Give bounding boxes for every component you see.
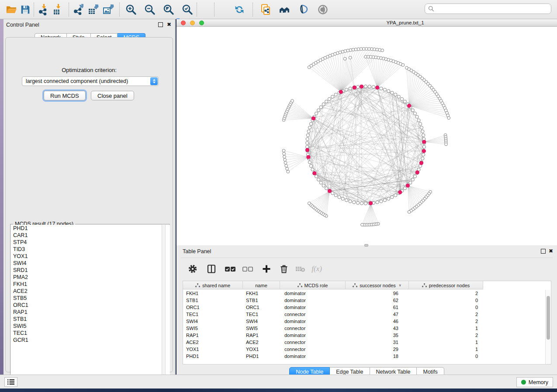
zoom-in-button[interactable] xyxy=(124,3,138,16)
table-cell: 2 xyxy=(409,318,483,325)
optimization-criterion-label: Optimization criterion: xyxy=(6,67,173,73)
table-cell: connector xyxy=(280,325,346,332)
mcds-result-item[interactable]: CAR1 xyxy=(11,232,170,239)
graphics-details-button[interactable] xyxy=(297,3,311,16)
window-close-icon[interactable] xyxy=(181,21,186,25)
table-row[interactable]: FKH1FKH1dominator962 xyxy=(183,290,551,297)
import-network-icon xyxy=(38,3,50,16)
search-icon xyxy=(428,6,434,12)
mcds-result-item[interactable]: SRD1 xyxy=(11,267,170,274)
table-cell: PHD1 xyxy=(243,353,280,360)
show-columns-button[interactable] xyxy=(205,262,218,275)
mcds-result-item[interactable]: GCR1 xyxy=(11,337,170,344)
export-network-icon xyxy=(73,3,85,16)
mcds-result-list[interactable]: PHD1CAR1STP4TID3YOX1SWI4SRD1PMA2FKH1ACE2… xyxy=(11,225,170,382)
table-row[interactable]: STB1STB1dominator620 xyxy=(183,297,551,304)
table-row[interactable]: SWI5SWI5connector431 xyxy=(183,325,551,332)
close-panel-icon[interactable]: ✖ xyxy=(549,248,553,254)
zoom-fit-button[interactable] xyxy=(162,3,176,16)
column-header-predecessor-nodes[interactable]: predecessor nodes xyxy=(409,281,483,289)
table-cell: dominator xyxy=(280,297,346,304)
zoom-out-button[interactable] xyxy=(143,3,157,16)
save-session-button[interactable] xyxy=(18,3,32,16)
memory-status-icon xyxy=(521,380,526,385)
table-settings-button[interactable] xyxy=(186,262,199,275)
table-cell: connector xyxy=(280,311,346,318)
memory-label: Memory xyxy=(529,379,548,385)
mcds-tab-content: Optimization criterion: largest connecte… xyxy=(5,37,173,372)
select-all-button[interactable] xyxy=(224,262,237,275)
network-canvas[interactable] xyxy=(176,27,556,244)
column-header-successor-nodes[interactable]: successor nodes∨ xyxy=(346,281,409,289)
first-neighbors-button[interactable] xyxy=(278,3,292,16)
splitter-handle[interactable] xyxy=(364,244,368,247)
task-history-button[interactable] xyxy=(4,377,17,387)
mcds-result-item[interactable]: TEC1 xyxy=(11,330,170,337)
mcds-result-item[interactable]: SWI5 xyxy=(11,323,170,330)
mcds-result-item[interactable]: ACE2 xyxy=(11,288,170,295)
close-panel-icon[interactable]: ✖ xyxy=(167,21,171,28)
export-table-icon xyxy=(87,3,100,16)
delete-table-button[interactable] xyxy=(294,262,307,275)
unselect-all-button[interactable] xyxy=(241,262,254,275)
table-cell: dominator xyxy=(280,318,346,325)
export-image-button[interactable] xyxy=(101,3,115,16)
table-row[interactable]: RAP1RAP1dominator352 xyxy=(183,332,551,339)
import-table-button[interactable] xyxy=(51,3,65,16)
desktop-wallpaper-bottom xyxy=(0,389,557,392)
scrollbar-thumb[interactable] xyxy=(547,296,550,340)
delete-columns-button[interactable] xyxy=(277,262,291,275)
table-row[interactable]: PHD1PHD1dominator180 xyxy=(183,353,551,360)
export-table-button[interactable] xyxy=(86,3,100,16)
create-column-button[interactable] xyxy=(260,262,273,275)
open-file-button[interactable] xyxy=(4,3,18,16)
table-row[interactable]: ACE2ACE2connector311 xyxy=(183,339,551,346)
float-panel-icon[interactable] xyxy=(541,249,546,254)
mcds-result-item[interactable]: ORC1 xyxy=(11,302,170,309)
mcds-result-item[interactable]: RAP1 xyxy=(11,309,170,316)
show-hide-button[interactable] xyxy=(316,3,330,16)
mcds-result-item[interactable]: YOX1 xyxy=(11,253,170,260)
table-scrollbar[interactable] xyxy=(545,290,550,364)
zoom-selected-button[interactable] xyxy=(180,3,194,16)
export-image-icon xyxy=(102,3,114,16)
mcds-result-item[interactable]: FKH1 xyxy=(11,281,170,288)
table-cell: SWI5 xyxy=(243,325,280,332)
refresh-button[interactable] xyxy=(232,3,246,16)
mcds-result-item[interactable]: STP4 xyxy=(11,239,170,246)
table-row[interactable]: YOX1YOX1connector291 xyxy=(183,346,551,353)
table-row[interactable]: SWI4SWI4dominator462 xyxy=(183,318,551,325)
table-cell: 46 xyxy=(346,318,409,325)
mcds-list-scrollbar[interactable] xyxy=(162,224,166,382)
search-input[interactable] xyxy=(436,6,548,12)
mcds-result-item[interactable]: TID3 xyxy=(11,246,170,253)
mcds-result-item[interactable]: PMA2 xyxy=(11,274,170,281)
table-cell: ORC1 xyxy=(183,304,243,311)
import-network-button[interactable] xyxy=(37,3,51,16)
window-maximize-icon[interactable] xyxy=(199,21,204,25)
close-panel-button[interactable]: Close panel xyxy=(91,91,134,100)
window-minimize-icon[interactable] xyxy=(190,21,195,25)
column-header-name[interactable]: name xyxy=(243,281,280,289)
table-cell: TEC1 xyxy=(243,311,280,318)
optimization-criterion-select[interactable]: largest connected component (undirected) xyxy=(22,76,159,86)
memory-button[interactable]: Memory xyxy=(516,377,553,387)
column-header-shared-name[interactable]: shared name xyxy=(183,281,243,289)
clone-network-button[interactable] xyxy=(259,3,273,16)
column-header-MCDS-role[interactable]: MCDS role xyxy=(280,281,346,289)
table-panel-title: Table Panel xyxy=(183,248,211,254)
control-panel-header: Control Panel ✖ xyxy=(3,19,175,31)
network-window-titlebar[interactable]: YPA_prune.txt_1 xyxy=(176,19,557,27)
table-row[interactable]: TEC1TEC1connector472 xyxy=(183,311,551,318)
mcds-result-item[interactable]: STB5 xyxy=(11,295,170,302)
run-mcds-button[interactable]: Run MCDS xyxy=(44,91,86,100)
float-panel-icon[interactable] xyxy=(158,22,163,27)
houses-icon xyxy=(278,3,291,16)
mcds-result-item[interactable]: STB1 xyxy=(11,316,170,323)
table-cell: FKH1 xyxy=(243,290,280,297)
mcds-result-item[interactable]: SWI4 xyxy=(11,260,170,267)
table-row[interactable]: ORC1ORC1dominator610 xyxy=(183,304,551,311)
export-network-button[interactable] xyxy=(72,3,86,16)
function-builder-button[interactable]: f(x) xyxy=(310,262,323,275)
mcds-result-item[interactable]: PHD1 xyxy=(11,225,170,232)
